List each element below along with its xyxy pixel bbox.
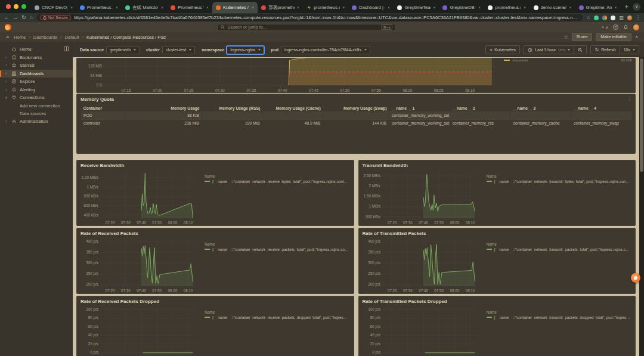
tab-close-icon[interactable]: ×: [569, 5, 572, 10]
tab-close-icon[interactable]: ×: [342, 5, 345, 10]
breadcrumb-item[interactable]: Home: [14, 35, 26, 40]
timeseries-chart[interactable]: 200 p/s250 p/s300 p/s350 p/s400 p/s07:20…: [363, 237, 479, 293]
column-header[interactable]: __name__ 3: [510, 105, 571, 112]
minimize-window-icon[interactable]: [14, 4, 18, 9]
browser-tab[interactable]: GreptimeDB 性能×: [439, 2, 484, 13]
sidebar-item-explore[interactable]: ›Explore: [0, 78, 73, 86]
legend-entry[interactable]: {__name__="container_network_receive_pac…: [205, 247, 349, 252]
collapse-header-icon[interactable]: ∧: [635, 35, 638, 39]
column-header[interactable]: Memory Usage (RSS): [202, 105, 263, 112]
column-header[interactable]: Memory Usage (Cache): [262, 105, 323, 112]
memory-usage-chart[interactable]: 0 B64 MiB128 MiB07:1507:2007:2507:3007:3…: [77, 58, 497, 93]
home-icon[interactable]: ⌂: [30, 15, 33, 20]
timeseries-chart[interactable]: 0 p/s20 p/s40 p/s60 p/s80 p/s100 p/s07:2…: [80, 305, 197, 356]
legend-entry[interactable]: {__name__="container_network_transmit_by…: [487, 179, 631, 184]
column-header[interactable]: Memory Usage: [125, 105, 202, 112]
window-controls[interactable]: [6, 4, 26, 9]
browser-tab[interactable]: Prometheus-Agen×: [76, 2, 122, 13]
refresh-button[interactable]: ↻ Refresh: [590, 45, 620, 54]
share-button[interactable]: Share: [572, 33, 593, 41]
tab-close-icon[interactable]: ×: [388, 5, 391, 10]
github-extension-icon[interactable]: [611, 16, 615, 20]
tab-close-icon[interactable]: ×: [252, 5, 255, 10]
column-header[interactable]: Container: [81, 105, 125, 112]
browser-menu-icon[interactable]: ⋮: [636, 15, 640, 20]
tab-close-icon[interactable]: ×: [433, 5, 436, 10]
sidebar-item-starred[interactable]: ›Starred: [0, 61, 73, 70]
memory-legend-entry[interactable]: requested 90 MiB: [504, 58, 632, 62]
url-text[interactable]: https://grafana.kubernetes.click/d/6581e…: [74, 15, 580, 20]
sidebar-subitem-add-new-connection[interactable]: Add new connection: [0, 102, 73, 110]
profile-avatar[interactable]: [627, 16, 632, 20]
chevron-icon[interactable]: ›: [4, 88, 8, 92]
chevron-icon[interactable]: ›: [4, 63, 8, 67]
extension-icon[interactable]: [594, 16, 599, 20]
scrollbar-thumb[interactable]: [640, 58, 643, 172]
panel-title[interactable]: Rate of Transmitted Packets Dropped: [363, 299, 632, 305]
url-bar[interactable]: ! Not Secure https://grafana.kubernetes.…: [36, 14, 583, 21]
help-icon[interactable]: ?: [613, 24, 618, 30]
new-tab-button[interactable]: +: [621, 3, 633, 10]
tab-close-icon[interactable]: ×: [478, 5, 481, 10]
sidebar-item-connections[interactable]: ∨Connections: [0, 94, 73, 102]
notification-bell-icon[interactable]: [623, 24, 628, 30]
browser-tab[interactable]: Kubernetes / Com×: [212, 2, 258, 13]
zoom-out-time-button[interactable]: [574, 45, 587, 54]
browser-tab[interactable]: 部署prometheus a×: [258, 2, 303, 13]
panel-title[interactable]: Transmit Bandwidth: [363, 163, 632, 169]
variable-value-select[interactable]: cluster-test: [162, 46, 195, 54]
variable-value-select[interactable]: ingress-nginx: [227, 46, 264, 54]
sidebar-item-bookmarks[interactable]: ›Bookmarks: [0, 54, 73, 62]
tab-close-icon[interactable]: ×: [614, 5, 617, 10]
timeseries-chart[interactable]: 200 p/s250 p/s300 p/s350 p/s400 p/s07:20…: [80, 237, 197, 293]
legend-entry[interactable]: {__name__="container_network_transmit_pa…: [487, 315, 631, 320]
variable-value-select[interactable]: greptimedb: [106, 46, 140, 54]
browser-tab[interactable]: Dashboard | Grep×: [348, 2, 394, 13]
column-header[interactable]: __name__ 2: [450, 105, 510, 112]
panel-menu-icon[interactable]: ⋮: [627, 96, 632, 101]
kubernetes-links-button[interactable]: ≡ Kubernetes: [485, 45, 520, 54]
variable-value-select[interactable]: ingress-nginx-controller-784cb7f844-zlr8…: [281, 46, 370, 54]
reload-icon[interactable]: ↻: [21, 15, 26, 20]
legend-entry[interactable]: {__name__="container_network_transmit_pa…: [487, 247, 631, 252]
sidebar-item-administration[interactable]: ›Administration: [0, 117, 73, 126]
sidebar-item-dashboards[interactable]: ›Dashboards: [0, 70, 73, 78]
browser-tab[interactable]: ϟprometheus-oper×: [303, 2, 348, 13]
legend-name[interactable]: requested: [512, 58, 528, 62]
security-badge[interactable]: ! Not Secure: [40, 15, 71, 20]
tab-close-icon[interactable]: ×: [160, 5, 163, 10]
grafana-logo-icon[interactable]: [5, 24, 11, 30]
tab-close-icon[interactable]: ×: [297, 5, 300, 10]
tab-close-icon[interactable]: ×: [70, 5, 73, 10]
panel-title[interactable]: Rate of Received Packets: [80, 231, 350, 237]
bookmark-star-icon[interactable]: ☆: [586, 15, 590, 20]
browser-tab[interactable]: prometheus-oper×: [484, 2, 530, 13]
chevron-icon[interactable]: ›: [4, 55, 8, 60]
search-input[interactable]: Search or jump to... ⌘+k: [217, 24, 396, 31]
legend-entry[interactable]: {__name__="container_network_receive_pac…: [205, 315, 349, 320]
close-window-icon[interactable]: [6, 4, 11, 9]
timeseries-chart[interactable]: 0 p/s20 p/s40 p/s60 p/s80 p/s100 p/s07:2…: [363, 305, 479, 356]
make-editable-button[interactable]: Make editable: [596, 33, 631, 41]
add-menu-button[interactable]: + ∨: [602, 24, 608, 30]
extension-icon[interactable]: [602, 16, 607, 20]
chevron-icon[interactable]: ›: [4, 72, 8, 76]
tab-close-icon[interactable]: ×: [206, 5, 209, 10]
column-header[interactable]: Memory Usage (Swap): [323, 105, 389, 112]
sidebar-subitem-data-sources[interactable]: Data sources: [0, 110, 73, 117]
browser-tab[interactable]: Prometheus Time×: [167, 2, 212, 13]
mega-menu-icon[interactable]: ≡: [6, 34, 9, 40]
browser-tab[interactable]: GreptimeTeam/da×: [394, 2, 439, 13]
column-header[interactable]: __name__ 4: [571, 105, 631, 112]
panel-title[interactable]: Receive Bandwidth: [80, 163, 350, 169]
user-avatar[interactable]: [633, 24, 639, 30]
page-scrollbar[interactable]: [639, 57, 644, 356]
panel-title[interactable]: Memory Quota: [80, 97, 631, 103]
time-range-picker[interactable]: Last 1 hour UTC: [524, 45, 574, 54]
forward-icon[interactable]: →: [13, 15, 18, 20]
column-header[interactable]: __name__ 1: [389, 105, 450, 112]
timeseries-chart[interactable]: 400 kB/s600 kB/s800 kB/s1 MB/s1.20 MB/s0…: [80, 169, 197, 225]
chevron-icon[interactable]: ›: [4, 119, 8, 123]
timeseries-chart[interactable]: 500 kB/s1 MB/s1.50 MB/s2 MB/s2.50 MB/s07…: [363, 169, 479, 225]
back-icon[interactable]: ←: [4, 15, 9, 20]
